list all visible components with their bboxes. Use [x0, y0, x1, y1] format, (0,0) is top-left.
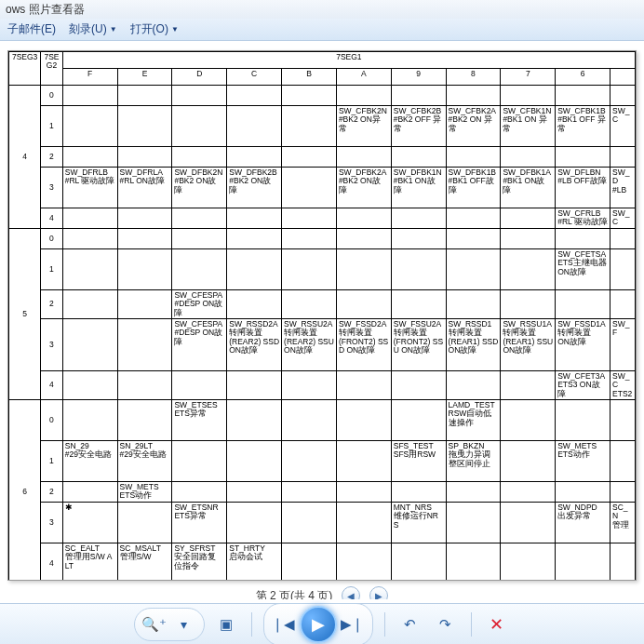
- row-label: 1: [41, 249, 63, 290]
- cell: SW_DFBK2N#BK2 ON故障: [172, 168, 227, 208]
- hdr-7seg2: 7SEG2: [41, 52, 63, 86]
- cell: SW_CFRLB#RL 驱动故障: [556, 208, 610, 229]
- row-label: 0: [41, 229, 63, 249]
- row-label: 1: [41, 441, 63, 482]
- rotate-left-icon[interactable]: ↶: [396, 610, 424, 638]
- cell: SW_CFBK2B#BK2 OFF 异常: [391, 106, 446, 147]
- row-label: 3: [41, 503, 63, 543]
- cell: SC_N管理: [610, 503, 636, 543]
- cell: SW_C: [610, 106, 636, 147]
- cell: SW_CFESPA#DESP ON故障: [172, 319, 227, 371]
- viewer-area: 7SEG3 7SEG2 7SEG1 F E D C B A 9 8 7 6 4 …: [0, 41, 644, 599]
- last-icon[interactable]: ▶❘: [339, 610, 367, 638]
- row-label: 0: [41, 86, 63, 106]
- group-6: 6: [9, 400, 41, 581]
- cell: SW_DFRLB#RL 驱动故障: [62, 168, 117, 208]
- cell: SC_MSALT管理S/W: [117, 543, 172, 581]
- cell: SW_DFRLA#RL ON故障: [117, 168, 172, 208]
- cell: SW_DFBK2A#BK2 ON故障: [336, 168, 391, 208]
- cell: SW_DFBK1N#BK1 ON故障: [391, 168, 446, 208]
- cell: SW_NDPD出发异常: [556, 503, 610, 543]
- hdr-7seg1: 7SEG1: [62, 52, 635, 69]
- zoom-in-icon[interactable]: 🔍⁺: [141, 610, 168, 638]
- cell: SW_RSSU2A转闸装置(REAR2) SSU ON故障: [282, 319, 337, 371]
- cell: LAMD_TESTRSW自动低速操作: [446, 400, 501, 441]
- cell: SW_D#LB: [610, 168, 636, 208]
- toolbar: 🔍⁺ ▾ ▣ ❘◀ ▶ ▶❘ ↶ ↷ ✕: [0, 603, 644, 644]
- cell: SW_RSSU1A转闸装置(REAR1) SSU ON故障: [501, 319, 556, 371]
- slideshow-icon[interactable]: ▶: [300, 606, 337, 643]
- cell: SW_CFBK2A#BK2 ON 异常: [446, 106, 501, 147]
- row-label: 3: [41, 168, 63, 208]
- cell: SW_METSETS动作: [556, 441, 610, 482]
- chevron-down-icon: ▼: [110, 25, 117, 34]
- hdr-F: F: [62, 69, 117, 86]
- cell: SW_FSSU2A转闸装置(FRONT2) SSU ON故障: [391, 319, 446, 371]
- cell: SW_METSETS动作: [117, 482, 172, 503]
- row-label: 2: [41, 482, 63, 503]
- pager: 第 2 页(共 4 页) ◀ ▶: [0, 581, 644, 599]
- rotate-right-icon[interactable]: ↷: [432, 610, 460, 638]
- document-page: 7SEG3 7SEG2 7SEG1 F E D C B A 9 8 7 6 4 …: [7, 50, 637, 581]
- cell: SW_CFET3AETS3 ON故障: [556, 371, 610, 400]
- group-5: 5: [9, 229, 41, 400]
- window-title: ows 照片查看器: [0, 0, 644, 19]
- row-label: 2: [41, 147, 63, 168]
- cell: SW_FSSD2A转闸装置(FRONT2) SSD ON故障: [336, 319, 391, 371]
- group-4: 4: [9, 86, 41, 229]
- cell: SW_CFETSAETS主继电器ON故障: [556, 249, 610, 290]
- menu-open[interactable]: 打开(O)▼: [130, 21, 179, 37]
- cell: SW_F: [610, 319, 636, 371]
- cell: SW_CFBK1N#BK1 ON 异常: [501, 106, 556, 147]
- row-label: 1: [41, 106, 63, 147]
- menu-burn[interactable]: 刻录(U)▼: [69, 21, 117, 37]
- row-label: 4: [41, 543, 63, 581]
- fit-icon[interactable]: ▣: [212, 610, 240, 638]
- hdr-B: B: [282, 69, 337, 86]
- separator: [471, 612, 472, 637]
- cell: ✱: [62, 503, 117, 543]
- prev-page-button[interactable]: ◀: [342, 586, 360, 599]
- cell: SW_RSSD1转闸装置(REAR1) SSD ON故障: [446, 319, 501, 371]
- next-page-button[interactable]: ▶: [369, 586, 388, 599]
- cell: SW_CFBK1B#BK1 OFF 异常: [556, 106, 610, 147]
- hdr-C: C: [227, 69, 282, 86]
- row-label: 2: [41, 290, 63, 319]
- menu-email[interactable]: 子邮件(E): [7, 21, 56, 37]
- cell: SN_29LT#29安全电路: [117, 441, 172, 482]
- cell: SW_ETSESETS异常: [172, 400, 227, 441]
- hdr-9: 9: [391, 69, 446, 86]
- cell: SW_RSSD2A转闸装置(REAR2) SSD ON故障: [227, 319, 282, 371]
- hdr-D: D: [172, 69, 227, 86]
- cell: SC_EALT管理用S/W ALT: [62, 543, 117, 581]
- separator: [251, 612, 252, 637]
- nav-group: ❘◀ ▶ ▶❘: [263, 603, 373, 645]
- cell: SW_DFBK1A#BK1 ON故障: [501, 168, 556, 208]
- cell: SN_29#29安全电路: [62, 441, 117, 482]
- separator: [384, 612, 385, 637]
- cell: SW_ETSNRETS异常: [172, 503, 227, 543]
- chevron-down-icon: ▼: [171, 25, 179, 34]
- hdr-7seg3: 7SEG3: [9, 52, 41, 86]
- cell: SP_BKZN拖曳力异调整区间停止: [446, 441, 501, 482]
- row-label: 0: [41, 400, 63, 441]
- hdr-7: 7: [501, 69, 556, 86]
- cell: SW_CFESPA#DESP ON故障: [172, 290, 227, 319]
- cell: SFS_TESTSFS用RSW: [391, 441, 446, 482]
- cell: SW_DFBK2B#BK2 ON故障: [227, 168, 282, 208]
- first-icon[interactable]: ❘◀: [270, 610, 298, 638]
- cell: MNT_NRS维修运行NRS: [391, 503, 446, 543]
- delete-icon[interactable]: ✕: [483, 610, 511, 638]
- zoom-group: 🔍⁺ ▾: [134, 608, 205, 641]
- cell: SW_CFBK2N#BK2 ON异常: [336, 106, 391, 147]
- hdr-A: A: [336, 69, 391, 86]
- cell: SW_C: [610, 208, 636, 229]
- hdr-E: E: [117, 69, 172, 86]
- page-indicator: 第 2 页(共 4 页): [256, 588, 333, 600]
- cell: SW_DFBK1B#BK1 OFF故障: [446, 168, 501, 208]
- cell: SW_CETS2: [610, 371, 636, 400]
- zoom-slider-icon[interactable]: ▾: [170, 610, 198, 638]
- cell: SW_FSSD1A转闸装置ON故障: [556, 319, 610, 371]
- menu-bar: 子邮件(E) 刻录(U)▼ 打开(O)▼: [0, 19, 644, 41]
- hdr-8: 8: [446, 69, 501, 86]
